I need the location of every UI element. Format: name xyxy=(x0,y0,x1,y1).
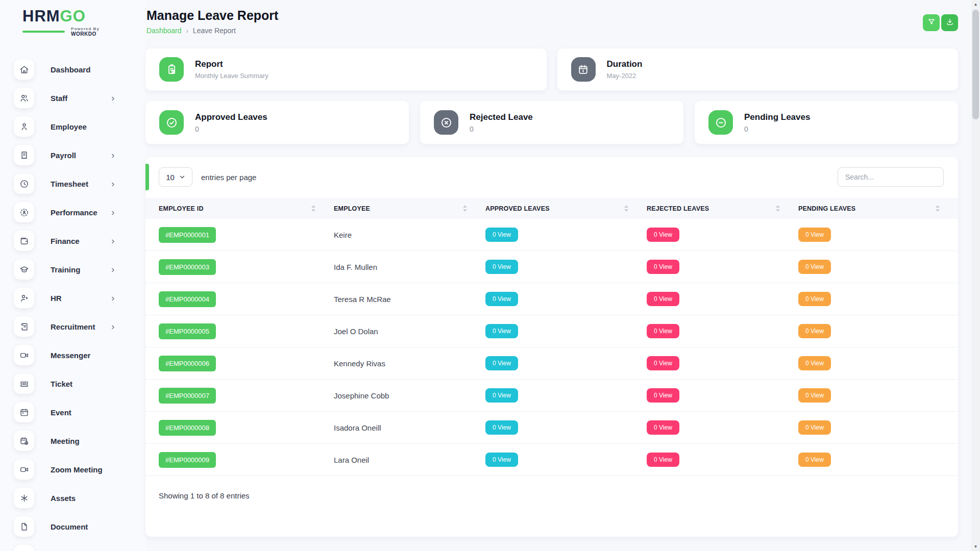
sidebar-item-label: Assets xyxy=(51,494,76,503)
sidebar-item-assets[interactable]: Assets xyxy=(0,484,145,512)
employee-id-cell: #EMP0000005 xyxy=(159,323,334,339)
scrollbar-down-arrow-icon[interactable]: ▼ xyxy=(971,542,980,551)
rejected-leaves-cell: 0 View xyxy=(647,228,798,242)
sidebar-item-label: Event xyxy=(51,408,71,417)
sidebar-item-document[interactable]: Document xyxy=(0,512,145,541)
column-header-rejected-leaves[interactable]: REJECTED LEAVES xyxy=(647,205,798,212)
sidebar-item-employee[interactable]: Employee xyxy=(0,112,145,141)
approved-view-button[interactable]: 0 View xyxy=(485,420,518,435)
download-button[interactable] xyxy=(941,14,958,31)
rejected-view-button[interactable]: 0 View xyxy=(647,420,679,435)
pending-leaves-card: Pending Leaves0 xyxy=(695,101,958,144)
pending-view-button[interactable]: 0 View xyxy=(798,420,831,435)
rejected-view-button[interactable]: 0 View xyxy=(647,453,679,467)
rejected-leaves-cell: 0 View xyxy=(647,453,798,467)
pending-view-button[interactable]: 0 View xyxy=(798,324,831,338)
sidebar-item-label: Ticket xyxy=(51,380,72,388)
column-header-pending-leaves[interactable]: PENDING LEAVES xyxy=(798,205,958,212)
approved-view-button[interactable]: 0 View xyxy=(485,228,518,242)
rejected-view-button[interactable]: 0 View xyxy=(647,388,679,403)
sidebar-item-training[interactable]: Training› xyxy=(0,255,145,284)
rejected-view-button[interactable]: 0 View xyxy=(647,356,679,370)
approved-view-button[interactable]: 0 View xyxy=(485,388,518,403)
sidebar-item-payroll[interactable]: Payroll› xyxy=(0,141,145,169)
table-header-row: EMPLOYEE IDEMPLOYEEAPPROVED LEAVESREJECT… xyxy=(145,198,958,219)
table-body: #EMP0000001Keire0 View0 View0 View#EMP00… xyxy=(145,219,958,476)
approved-view-button[interactable]: 0 View xyxy=(485,356,518,370)
sidebar-item-finance[interactable]: Finance› xyxy=(0,227,145,255)
card-title: Report xyxy=(195,59,268,69)
sidebar-item-event[interactable]: Event xyxy=(0,398,145,427)
pending-view-button[interactable]: 0 View xyxy=(798,260,831,274)
pending-view-button[interactable]: 0 View xyxy=(798,292,831,306)
pending-view-button[interactable]: 0 View xyxy=(798,388,831,403)
sidebar-item-label: Performance xyxy=(51,208,97,217)
approved-leaves-cell: 0 View xyxy=(485,420,647,435)
card-text: Rejected Leave0 xyxy=(470,112,533,133)
rejected-leaves-cell: 0 View xyxy=(647,324,798,338)
table-footer-status: Showing 1 to 8 of 8 entries xyxy=(159,491,958,500)
rejected-view-button[interactable]: 0 View xyxy=(647,292,679,306)
card-text: Pending Leaves0 xyxy=(744,112,810,133)
employee-name-cell: Ida F. Mullen xyxy=(334,263,485,271)
sidebar-item-ticket[interactable]: Ticket xyxy=(0,369,145,398)
sidebar-item-zoom-meeting[interactable]: Zoom Meeting xyxy=(0,455,145,484)
pending-view-button[interactable]: 0 View xyxy=(798,453,831,467)
pending-leaves-cell: 0 View xyxy=(798,292,958,306)
vertical-scrollbar[interactable]: ▲ ▼ xyxy=(971,0,980,551)
sidebar-item-label: Messenger xyxy=(51,351,90,360)
chevron-right-icon: › xyxy=(111,179,114,188)
sidebar-item-timesheet[interactable]: Timesheet› xyxy=(0,169,145,198)
employee-id-cell: #EMP0000007 xyxy=(159,388,334,404)
employee-id-cell: #EMP0000008 xyxy=(159,420,334,436)
column-header-label: REJECTED LEAVES xyxy=(647,205,709,212)
search-input[interactable] xyxy=(838,167,944,187)
table-row: #EMP0000005Joel O Dolan0 View0 View0 Vie… xyxy=(145,315,958,347)
sort-up-arrow xyxy=(624,205,628,208)
sidebar-item-meeting[interactable]: Meeting xyxy=(0,427,145,455)
x-circle-icon xyxy=(434,110,458,135)
sort-down-arrow xyxy=(463,209,467,212)
staff-icon xyxy=(14,88,34,108)
approved-view-button[interactable]: 0 View xyxy=(485,453,518,467)
card-subtitle: May-2022 xyxy=(607,72,643,80)
rejected-view-button[interactable]: 0 View xyxy=(647,324,679,338)
column-header-employee-id[interactable]: EMPLOYEE ID xyxy=(159,205,334,212)
approved-view-button[interactable]: 0 View xyxy=(485,324,518,338)
sidebar-item-recruitment[interactable]: Recruitment› xyxy=(0,312,145,341)
rejected-view-button[interactable]: 0 View xyxy=(647,260,679,274)
sidebar-item-staff[interactable]: Staff› xyxy=(0,84,145,112)
card-accent-bar xyxy=(145,164,149,190)
entries-per-page-select[interactable]: 10 xyxy=(159,167,192,187)
pending-view-button[interactable]: 0 View xyxy=(798,356,831,370)
sidebar-item-label: Staff xyxy=(51,94,67,103)
chevron-right-icon: › xyxy=(111,264,114,274)
sidebar-item-performance[interactable]: Performance› xyxy=(0,198,145,227)
sidebar-item-company-policy[interactable]: Company Policy xyxy=(0,541,145,551)
column-header-employee[interactable]: EMPLOYEE xyxy=(334,205,485,212)
rejected-leaves-cell: 0 View xyxy=(647,292,798,306)
event-icon xyxy=(14,402,34,422)
scrollbar-thumb[interactable] xyxy=(972,10,979,119)
sort-down-arrow xyxy=(936,209,940,212)
column-header-approved-leaves[interactable]: APPROVED LEAVES xyxy=(485,205,647,212)
powered-by-label: Powered By WORKDO xyxy=(71,27,125,37)
sidebar-item-messenger[interactable]: Messenger xyxy=(0,341,145,369)
card-subtitle: Monthly Leave Summary xyxy=(195,72,268,80)
rejected-view-button[interactable]: 0 View xyxy=(647,228,679,242)
scrollbar-up-arrow-icon[interactable]: ▲ xyxy=(971,0,980,9)
sidebar-item-label: Training xyxy=(51,265,80,274)
sidebar-item-label: Employee xyxy=(51,122,87,131)
sidebar-item-hr[interactable]: HR› xyxy=(0,284,145,312)
rejected-leaves-cell: 0 View xyxy=(647,356,798,370)
pending-view-button[interactable]: 0 View xyxy=(798,228,831,242)
employee-id-badge: #EMP0000005 xyxy=(159,323,216,339)
approved-view-button[interactable]: 0 View xyxy=(485,260,518,274)
breadcrumb-dashboard-link[interactable]: Dashboard xyxy=(146,27,182,35)
employee-id-badge: #EMP0000007 xyxy=(159,388,216,404)
rejected-leaves-cell: 0 View xyxy=(647,420,798,435)
filter-button[interactable] xyxy=(923,14,940,31)
app-logo[interactable]: HRMGO Powered By WORKDO xyxy=(0,0,145,37)
approved-view-button[interactable]: 0 View xyxy=(485,292,518,306)
sidebar-item-dashboard[interactable]: Dashboard xyxy=(0,55,145,84)
